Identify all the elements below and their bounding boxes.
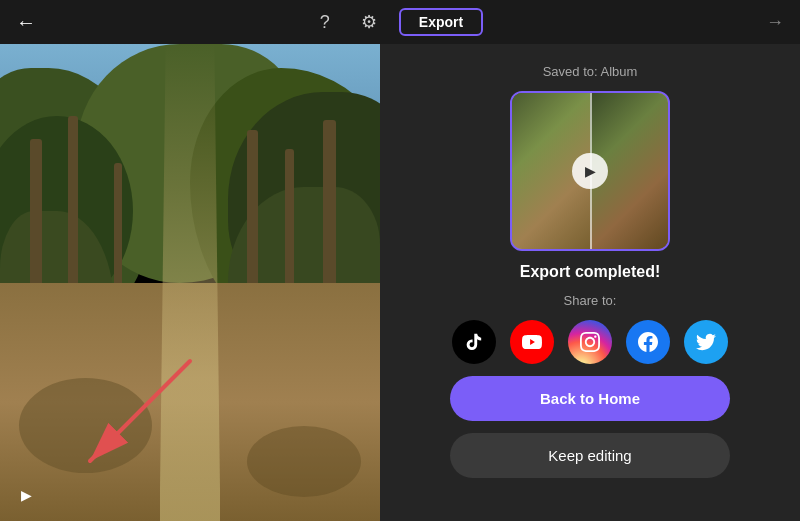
settings-button[interactable]: ⚙: [355, 8, 383, 36]
forest-background: [0, 44, 380, 521]
keep-editing-button[interactable]: Keep editing: [450, 433, 730, 478]
export-button[interactable]: Export: [399, 8, 483, 36]
right-panel: Saved to: Album ▶ Export completed! Shar…: [380, 44, 800, 521]
thumbnail-play-button[interactable]: ▶: [572, 153, 608, 189]
share-youtube-button[interactable]: [510, 320, 554, 364]
back-to-home-button[interactable]: Back to Home: [450, 376, 730, 421]
video-preview-panel: ▶: [0, 44, 380, 521]
main-content: ▶ Saved to: Album ▶ Export completed! Sh…: [0, 44, 800, 521]
video-play-button[interactable]: ▶: [12, 481, 40, 509]
share-instagram-button[interactable]: [568, 320, 612, 364]
back-arrow-icon[interactable]: ←: [16, 11, 36, 34]
share-twitter-button[interactable]: [684, 320, 728, 364]
export-completed-label: Export completed!: [520, 263, 660, 281]
help-button[interactable]: ?: [311, 8, 339, 36]
export-thumbnail[interactable]: ▶: [510, 91, 670, 251]
saved-label: Saved to: Album: [543, 64, 638, 79]
share-icons-row: [452, 320, 728, 364]
forward-arrow-icon: →: [766, 12, 784, 33]
share-label: Share to:: [564, 293, 617, 308]
top-bar: ← ? ⚙ Export →: [0, 0, 800, 44]
share-facebook-button[interactable]: [626, 320, 670, 364]
share-tiktok-button[interactable]: [452, 320, 496, 364]
